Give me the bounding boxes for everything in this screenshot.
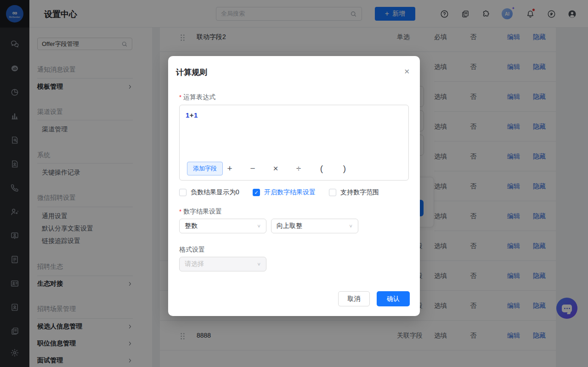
check-icon: ✓ [254,190,258,195]
expression-editor[interactable]: 1+1 添加字段 +−×÷() [179,105,409,181]
divide-operator-button[interactable]: ÷ [293,162,304,175]
format-label: 格式设置 [179,246,205,254]
negative-zero-checkbox[interactable]: 负数结果显示为0 [179,188,239,197]
cancel-button[interactable]: 取消 [338,291,370,306]
required-asterisk: * [179,94,181,101]
chevron-down-icon: ∨ [349,223,353,228]
chevron-down-icon: ∨ [257,223,261,228]
multiply-operator-button[interactable]: × [270,162,281,175]
checkbox-label: 开启数字结果设置 [264,188,316,197]
calc-rule-modal: 计算规则 ✕ *运算表达式 1+1 添加字段 +−×÷() 负数结果显示为0✓开… [168,56,420,316]
paren-close-operator-button[interactable]: ) [339,162,350,175]
checkbox-box[interactable] [329,189,336,196]
checkbox-box[interactable] [179,189,187,196]
format-placeholder: 请选择 [185,260,257,268]
add-field-button[interactable]: 添加字段 [187,162,223,175]
integer-type-value: 整数 [185,222,257,230]
required-asterisk: * [179,208,181,215]
close-icon[interactable]: ✕ [404,68,410,75]
app-root: ∞ MoSeeker 设置中心 全局搜索 + 新增 AI✦ Offer字段管理 … [0,0,588,367]
rounding-value: 向上取整 [277,222,349,230]
integer-type-select[interactable]: 整数 ∨ [179,219,266,233]
checkbox-box[interactable]: ✓ [253,189,260,196]
expression-value: 1+1 [186,111,198,119]
format-select[interactable]: 请选择 ∨ [179,257,266,271]
checkbox-label: 支持数字范围 [340,188,379,197]
number-range-checkbox[interactable]: 支持数字范围 [329,188,379,197]
confirm-button[interactable]: 确认 [377,291,410,306]
number-result-label: *数字结果设置 [179,208,222,216]
paren-open-operator-button[interactable]: ( [316,162,327,175]
plus-operator-button[interactable]: + [224,162,235,175]
minus-operator-button[interactable]: − [247,162,258,175]
checkbox-label: 负数结果显示为0 [191,188,239,197]
chevron-down-icon: ∨ [257,261,261,266]
expression-label: *运算表达式 [179,93,215,102]
expression-toolbar: 添加字段 +−×÷() [180,162,408,175]
rounding-select[interactable]: 向上取整 ∨ [271,219,358,233]
enable-number-result-checkbox[interactable]: ✓开启数字结果设置 [253,188,316,197]
modal-title: 计算规则 [176,67,207,78]
